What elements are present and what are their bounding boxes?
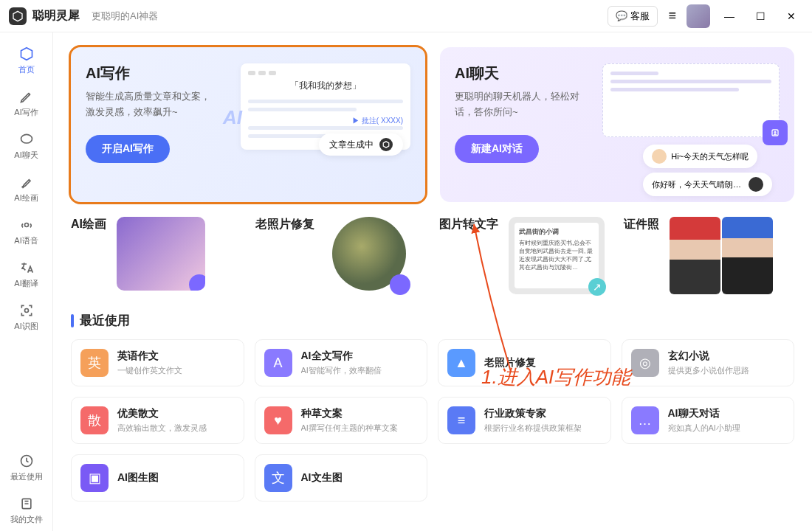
feature-title: 老照片修复 [255,217,314,232]
feature-card-idphoto[interactable]: 证件照 [624,217,795,294]
sidebar-item-label: AI聊天 [14,150,38,161]
recent-title: 优美散文 [117,407,207,420]
recent-card[interactable]: ≡ 行业政策专家 根据行业名称提供政策框架 [438,397,611,444]
recent-card[interactable]: ▲ 老照片修复 [438,339,611,386]
feature-card-restore[interactable]: 老照片修复 [255,217,427,294]
sidebar-item-label: 首页 [18,64,35,75]
feature-image [670,217,773,294]
chat-bubble-text: Hi~今天的天气怎样呢 [671,151,749,162]
sidebar-item-recent[interactable]: 最近使用 [6,447,47,488]
support-button[interactable]: 💬 客服 [608,6,658,27]
recent-desc: AI智能写作，效率翻倍 [301,365,382,376]
chat-bubble: 你好呀，今天天气晴朗… [643,173,772,196]
paper-body: 有时候到重庆路买书,总会不自觉地到武昌街去走一回, 最近发现武昌街大大不同了,尤… [519,239,594,272]
sidebar-item-label: AI绘画 [14,192,38,204]
recent-icon: 文 [264,464,292,492]
recent-title: 玄幻小说 [668,350,749,363]
chat-bubble: Hi~今天的天气怎样呢 [643,145,757,168]
svg-point-9 [774,131,776,133]
svg-point-3 [24,223,28,227]
close-button[interactable]: ✕ [780,4,803,28]
new-chat-button[interactable]: 新建AI对话 [455,135,539,163]
app-tagline: 更聪明的AI神器 [92,10,158,23]
avatar-mini-icon [652,149,667,164]
recent-desc: 一键创作英文作文 [117,365,182,376]
svg-point-2 [21,134,32,143]
minimize-button[interactable]: — [718,4,741,28]
hero-card-writing[interactable]: AI写作 智能生成高质量文章和文案，激发灵感，效率飙升~ 开启AI写作 AI 「… [71,47,425,202]
recent-card[interactable]: ▣ AI图生图 [71,454,244,502]
recent-desc: 高效输出散文，激发灵感 [117,423,207,434]
sidebar-item-label: AI识图 [14,321,38,332]
recent-icon: … [631,406,659,434]
sidebar-item-label: AI翻译 [14,278,38,289]
recent-card[interactable]: ♥ 种草文案 AI撰写任何主题的种草文案 [255,397,428,444]
start-writing-button[interactable]: 开启AI写作 [86,135,170,163]
sidebar-item-translate[interactable]: AI翻译 [6,254,47,295]
feature-image [332,217,406,291]
feature-card-ocr[interactable]: 图片转文字 武昌街的小调 有时候到重庆路买书,总会不自觉地到武昌街去走一回, 最… [439,217,610,294]
recent-card[interactable]: … AI聊天对话 宛如真人的AI小助理 [622,397,795,444]
titlebar: 聪明灵犀 更聪明的AI神器 💬 客服 ≡ — ☐ ✕ [0,0,812,32]
recent-icon: ▲ [447,349,475,377]
feature-title: AI绘画 [71,217,106,232]
logo-mini-icon [379,138,393,151]
recent-title: AI全文写作 [301,350,382,363]
recent-title: 英语作文 [117,350,182,363]
sidebar-item-paint[interactable]: AI绘画 [6,168,47,209]
recent-title: 行业政策专家 [484,407,582,420]
recent-title: AI文生图 [301,471,343,485]
svg-marker-0 [13,11,22,21]
recent-title: 种草文案 [301,407,398,420]
gen-chip-label: 文章生成中 [329,139,374,151]
sidebar-item-chat[interactable]: AI聊天 [6,125,47,167]
svg-point-4 [24,309,28,313]
sidebar-item-label: AI写作 [14,107,38,118]
history-icon [18,453,35,469]
magic-icon [390,274,410,295]
paper-title: 武昌街的小调 [519,227,594,237]
sidebar-item-label: 最近使用 [10,471,43,482]
ai-badge: AI [223,106,242,129]
writing-preview: AI 「我和我的梦想」 ▶ 批注( XXXX) 文章生成中 [241,63,410,150]
recent-icon: A [264,349,292,377]
svg-marker-1 [21,48,32,60]
recent-card[interactable]: A AI全文写作 AI智能写作，效率翻倍 [255,339,428,386]
maximize-button[interactable]: ☐ [749,4,772,28]
recent-card[interactable]: 散 优美散文 高效输出散文，激发灵感 [71,397,244,444]
sidebar-item-files[interactable]: 我的文件 [6,490,47,531]
logo: 聪明灵犀 更聪明的AI神器 [9,7,158,25]
sidebar-item-scan[interactable]: AI识图 [6,296,47,338]
recent-icon: 散 [80,406,109,434]
sidebar: 首页 AI写作 AI聊天 AI绘画 AI语音 AI翻译 AI识图 最 [0,32,53,531]
recent-desc: 宛如真人的AI小助理 [668,423,740,434]
recent-card[interactable]: 英 英语作文 一键创作英文作文 [71,339,244,386]
hero-card-chat[interactable]: AI聊天 更聪明的聊天机器人，轻松对话，答你所问~ 新建AI对话 Hi~今天的天… [440,47,794,202]
scan-icon [18,302,35,319]
sidebar-item-writing[interactable]: AI写作 [6,83,47,124]
voice-icon [18,217,35,233]
hero-desc: 智能生成高质量文章和文案，激发灵感，效率飙升~ [86,89,219,120]
menu-button[interactable]: ≡ [665,5,679,27]
chat-bubble-icon: 💬 [616,10,627,21]
sidebar-item-label: AI语音 [14,235,38,246]
recent-desc: 根据行业名称提供政策框架 [484,423,582,434]
chat-icon [18,131,35,148]
user-avatar[interactable] [687,4,710,28]
recent-card[interactable]: 文 AI文生图 [255,454,428,502]
folder-icon [18,496,35,512]
recent-heading: 最近使用 [71,312,794,329]
hero-desc: 更聪明的聊天机器人，轻松对话，答你所问~ [455,89,588,120]
recent-card[interactable]: ◎ 玄幻小说 提供更多小说创作思路 [622,339,795,386]
recent-icon: ▣ [80,464,109,492]
generating-chip: 文章生成中 [319,133,403,156]
sidebar-item-voice[interactable]: AI语音 [6,211,47,252]
recent-heading-label: 最近使用 [80,312,130,329]
feature-card-paint[interactable]: AI绘画 [71,217,242,294]
arrow-up-icon: ↗ [588,278,606,296]
sidebar-item-home[interactable]: 首页 [6,40,47,81]
home-icon [18,46,35,62]
logo-mini-icon [749,177,763,192]
svg-marker-7 [383,142,389,148]
support-label: 客服 [630,10,650,23]
